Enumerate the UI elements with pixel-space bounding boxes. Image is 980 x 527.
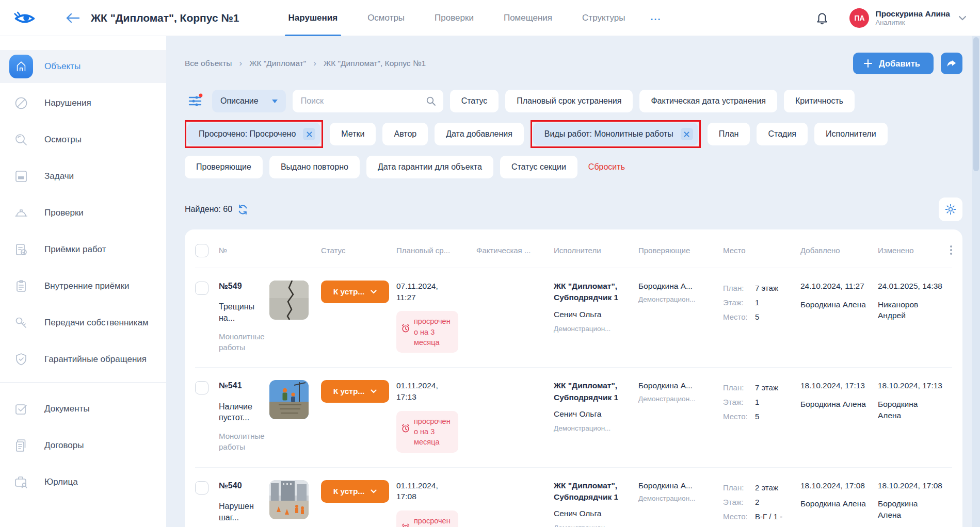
filter-sliders-icon[interactable] [185,90,205,112]
sidebar-item-legal-entities[interactable]: Юрлица [0,466,166,499]
sidebar-item-violations[interactable]: Нарушения [0,87,166,120]
changed-by: Никаноров Андрей [878,299,943,321]
notifications-bell-icon[interactable] [815,11,829,25]
col-header-planned: Плановый ср... [396,246,476,255]
scrollbar-thumb[interactable] [973,37,979,171]
sidebar-item-objects[interactable]: Объекты [0,50,166,83]
status-dropdown-button[interactable]: К устр... [321,480,389,503]
sidebar-item-owner-handovers[interactable]: Передачи собственникам [0,306,166,339]
filter-chip-status[interactable]: Статус [450,90,499,112]
filter-chip-date-added[interactable]: Дата добавления [435,123,524,145]
status-dropdown-button[interactable]: К устр... [321,281,389,303]
sidebar-item-documents[interactable]: Документы [0,392,166,425]
overdue-badge: просрочено на 3 месяца [396,411,458,453]
breadcrumb-complex[interactable]: ЖК "Дипломат" [249,59,306,68]
tab-structures[interactable]: Структуры [567,0,640,36]
added-by: Бородкина Алена [800,299,871,310]
filter-chip-section-status[interactable]: Статус секции [500,156,577,178]
tab-checks[interactable]: Проверки [420,0,489,36]
row-checkbox[interactable] [195,481,208,495]
row-checkbox[interactable] [195,381,208,394]
user-name: Проскурина Алина [875,9,950,19]
sidebar-item-internal-acceptances[interactable]: Внутренние приёмки [0,270,166,303]
column-settings-kebab-icon[interactable] [950,245,954,255]
filter-chip-plan[interactable]: План [708,123,750,145]
sidebar-item-tasks[interactable]: Задачи [0,160,166,193]
filter-chip-warranty-date[interactable]: Дата гарантии для объекта [366,156,493,178]
breadcrumb-separator: › [239,58,243,69]
alarm-clock-icon [400,323,411,334]
close-icon[interactable] [303,128,315,140]
search-icon[interactable] [426,96,436,106]
table-row[interactable]: №540 Нарушен шаг... Монолитные работы К … [195,467,952,527]
sidebar-item-contracts[interactable]: Договоры [0,429,166,462]
executor-note: Демонстрацион... [554,523,631,527]
page-title: ЖК "Дипломат", Корпус №1 [91,12,239,24]
key-icon [9,311,33,335]
place-info: План:7 этаж Этаж:1 Место:5 [723,283,793,322]
overdue-text: просрочено на 3 месяца [414,516,452,527]
sidebar-item-checks[interactable]: Проверки [0,196,166,229]
filter-chip-criticality[interactable]: Критичность [784,90,855,112]
filter-chip-planned-deadline[interactable]: Плановый срок устранения [505,90,633,112]
inspector-person: Бородкина А... [638,480,716,491]
avatar: ПА [849,8,869,28]
back-arrow-icon[interactable] [65,12,81,24]
violation-photo[interactable] [269,380,309,419]
breadcrumb-separator: › [313,58,316,69]
share-button[interactable] [941,53,962,74]
violation-photo[interactable] [269,281,309,320]
filter-chip-reissued[interactable]: Выдано повторно [269,156,360,178]
sidebar-item-work-acceptances[interactable]: Приёмки работ [0,233,166,266]
annotation-box-work-types: Виды работ: Монолитные работы [531,120,701,148]
filter-chip-labels[interactable]: Метки [330,123,376,145]
chevron-down-icon [371,489,377,493]
sidebar-item-inspections[interactable]: Осмотры [0,123,166,156]
user-menu[interactable]: ПА Проскурина Алина Аналитик [849,8,967,28]
tabs-more-ellipsis[interactable]: ... [640,0,671,36]
applied-filter-work-types[interactable]: Виды работ: Монолитные работы [533,123,698,145]
add-button[interactable]: Добавить [853,53,934,74]
executor-note: Демонстрацион... [554,324,631,334]
col-header-inspectors: Проверяющие [638,246,723,255]
filter-chip-executors[interactable]: Исполнители [814,123,888,145]
search-input[interactable] [300,96,426,106]
refresh-icon[interactable] [237,204,248,215]
reset-filters-link[interactable]: Сбросить [584,162,629,172]
shield-check-icon [9,348,33,371]
close-icon[interactable] [681,128,693,140]
documents-copy-icon [9,434,33,457]
status-dropdown-button[interactable]: К устр... [321,380,389,403]
filter-chip-inspectors[interactable]: Проверяющие [185,156,263,178]
found-count: Найдено: 60 [185,205,232,214]
applied-filter-overdue[interactable]: Просрочено: Просрочено [187,123,320,145]
breadcrumb-current: ЖК "Дипломат", Корпус №1 [324,59,426,68]
caret-down-icon [272,100,278,103]
inspector-person: Бородкина А... [638,380,716,391]
col-header-number: № [219,246,269,255]
search-type-select[interactable]: Описание [212,90,286,112]
filter-chip-author[interactable]: Автор [382,123,428,145]
chevron-down-icon[interactable] [958,15,967,21]
page-scrollbar[interactable] [972,36,980,527]
tab-inspections[interactable]: Осмотры [352,0,420,36]
breadcrumb: Все объекты › ЖК "Дипломат" › ЖК "Диплом… [185,58,426,69]
sidebar-item-warranty-claims[interactable]: Гарантийные обращения [0,343,166,376]
tab-premises[interactable]: Помещения [489,0,567,36]
row-checkbox[interactable] [195,282,208,295]
executor-person: Сенич Ольга [554,508,631,519]
tab-violations[interactable]: Нарушения [274,0,353,36]
top-tabs: Нарушения Осмотры Проверки Помещения Стр… [274,0,672,36]
table-settings-button[interactable] [939,197,962,221]
filter-chip-actual-date[interactable]: Фактическая дата устранения [639,90,777,112]
violation-photo[interactable] [269,480,309,519]
select-all-checkbox[interactable] [195,244,208,257]
clipboard-lines-icon [9,274,33,298]
table-row[interactable]: №549 Трещины на... Монолитные работы К у… [195,268,952,367]
filter-chip-stage[interactable]: Стадия [757,123,808,145]
col-header-changed: Изменено [878,246,950,255]
table-row[interactable]: №541 Наличие пустот... Монолитные работы… [195,367,952,467]
violations-table: № Статус Плановый ср... Фактическая ... … [185,229,962,527]
breadcrumb-all-objects[interactable]: Все объекты [185,59,232,68]
violation-title: Нарушен шаг... [219,501,262,523]
